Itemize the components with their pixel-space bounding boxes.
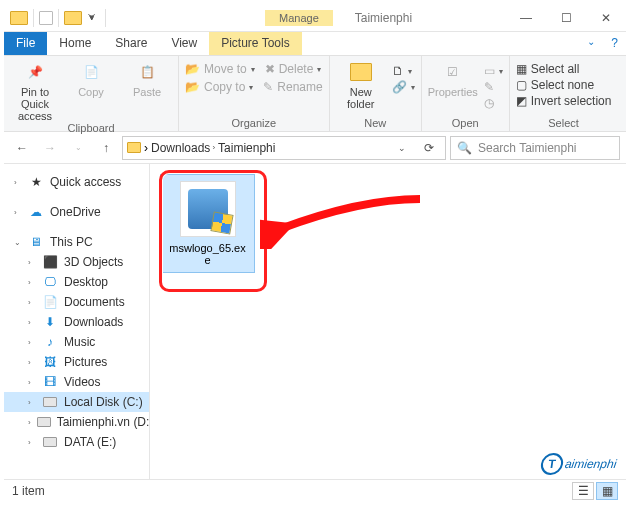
sidebar-item-onedrive[interactable]: ›☁OneDrive	[4, 202, 149, 222]
copy-icon: 📄	[79, 60, 103, 84]
ribbon-body: 📌 Pin to Quick access 📄 Copy 📋 Paste Cli…	[4, 56, 626, 132]
rename-icon: ✎	[263, 80, 273, 94]
sidebar-item-videos[interactable]: ›🎞Videos	[4, 372, 149, 392]
qa-item-icon[interactable]	[39, 11, 53, 25]
folder-icon[interactable]	[10, 11, 28, 25]
sidebar-item-desktop[interactable]: ›🖵Desktop	[4, 272, 149, 292]
qa-overflow-caret[interactable]: ⮟	[84, 13, 100, 22]
documents-icon: 📄	[42, 295, 58, 309]
group-open: ☑ Properties ▭▾ ✎ ◷ Open	[422, 56, 510, 131]
sidebar-item-local-disk-c[interactable]: ›Local Disk (C:)	[4, 392, 149, 412]
copy-to-icon: 📂	[185, 80, 200, 94]
view-toggles: ☰ ▦	[572, 482, 618, 500]
edit-button[interactable]: ✎	[484, 80, 503, 94]
invert-selection-button[interactable]: ◩Invert selection	[516, 94, 612, 108]
group-label: Open	[428, 117, 503, 129]
sidebar-item-this-pc[interactable]: ⌄🖥This PC	[4, 232, 149, 252]
sidebar-item-music[interactable]: ›♪Music	[4, 332, 149, 352]
new-item-icon: 🗋	[392, 64, 404, 78]
chevron-icon[interactable]: ›	[144, 141, 148, 155]
group-label: Select	[516, 117, 612, 129]
group-clipboard: 📌 Pin to Quick access 📄 Copy 📋 Paste Cli…	[4, 56, 179, 131]
group-new: New folder 🗋▾ 🔗▾ New	[330, 56, 422, 131]
exe-icon	[188, 189, 228, 229]
properties-button[interactable]: ☑ Properties	[428, 60, 478, 98]
move-to-button[interactable]: 📂Move to▾	[185, 62, 255, 76]
title-center: Manage Taimienphi	[115, 10, 506, 26]
file-thumbnail	[180, 181, 236, 237]
file-item-mswlogo[interactable]: mswlogo_65.exe	[160, 174, 255, 273]
rename-button[interactable]: ✎Rename	[263, 80, 322, 94]
new-folder-icon	[349, 60, 373, 84]
window-controls: — ☐ ✕	[506, 4, 626, 32]
file-name-label: mswlogo_65.exe	[167, 242, 248, 266]
tab-file[interactable]: File	[4, 32, 47, 55]
new-folder-button[interactable]: New folder	[336, 60, 386, 110]
tab-picture-tools[interactable]: Picture Tools	[209, 32, 301, 55]
easy-access-button[interactable]: 🔗▾	[392, 80, 415, 94]
search-placeholder: Search Taimienphi	[478, 141, 577, 155]
select-all-button[interactable]: ▦Select all	[516, 62, 612, 76]
tab-share[interactable]: Share	[103, 32, 159, 55]
sidebar-item-documents[interactable]: ›📄Documents	[4, 292, 149, 312]
folder-icon	[127, 142, 141, 153]
tab-home[interactable]: Home	[47, 32, 103, 55]
close-button[interactable]: ✕	[586, 4, 626, 32]
group-select: ▦Select all ▢Select none ◩Invert selecti…	[510, 56, 618, 131]
open-button[interactable]: ▭▾	[484, 64, 503, 78]
address-bar: ← → ⌄ ↑ › Downloads› Taimienphi ⌄ ⟳ 🔍 Se…	[4, 132, 626, 164]
group-organize: 📂Move to▾ ✖Delete▾ 📂Copy to▾ ✎Rename Org…	[179, 56, 330, 131]
sidebar-item-taimienphi-d[interactable]: ›Taimienphi.vn (D:)	[4, 412, 149, 432]
delete-button[interactable]: ✖Delete▾	[265, 62, 322, 76]
tab-view[interactable]: View	[159, 32, 209, 55]
recent-caret[interactable]: ⌄	[66, 136, 90, 160]
select-none-button[interactable]: ▢Select none	[516, 78, 612, 92]
help-button[interactable]: ?	[603, 32, 626, 55]
icons-view-button[interactable]: ▦	[596, 482, 618, 500]
pin-to-quick-access-button[interactable]: 📌 Pin to Quick access	[10, 60, 60, 122]
group-label: Organize	[185, 117, 323, 129]
paste-button[interactable]: 📋 Paste	[122, 60, 172, 98]
select-none-icon: ▢	[516, 78, 527, 92]
music-icon: ♪	[42, 335, 58, 349]
copy-to-button[interactable]: 📂Copy to▾	[185, 80, 253, 94]
search-input[interactable]: 🔍 Search Taimienphi	[450, 136, 620, 160]
sidebar-item-quick-access[interactable]: ›★Quick access	[4, 172, 149, 192]
up-button[interactable]: ↑	[94, 136, 118, 160]
sidebar-item-downloads[interactable]: ›⬇Downloads	[4, 312, 149, 332]
properties-icon: ☑	[441, 60, 465, 84]
title-bar: ⮟ Manage Taimienphi — ☐ ✕	[4, 4, 626, 32]
cube-icon: ⬛	[42, 255, 58, 269]
sidebar-item-pictures[interactable]: ›🖼Pictures	[4, 352, 149, 372]
minimize-button[interactable]: —	[506, 4, 546, 32]
forward-button[interactable]: →	[38, 136, 62, 160]
delete-icon: ✖	[265, 62, 275, 76]
back-button[interactable]: ←	[10, 136, 34, 160]
breadcrumb-seg[interactable]: Taimienphi	[218, 141, 275, 155]
downloads-icon: ⬇	[42, 315, 58, 329]
easy-access-icon: 🔗	[392, 80, 407, 94]
refresh-button[interactable]: ⟳	[417, 136, 441, 160]
ribbon-collapse-caret[interactable]: ⌄	[579, 32, 603, 55]
maximize-button[interactable]: ☐	[546, 4, 586, 32]
pictures-icon: 🖼	[42, 355, 58, 369]
history-button[interactable]: ◷	[484, 96, 503, 110]
copy-label: Copy	[78, 86, 104, 98]
search-icon: 🔍	[457, 141, 472, 155]
breadcrumb[interactable]: › Downloads› Taimienphi ⌄ ⟳	[122, 136, 446, 160]
pc-icon: 🖥	[28, 235, 44, 249]
qa-folder-icon[interactable]	[64, 11, 82, 25]
breadcrumb-seg[interactable]: Downloads›	[151, 141, 215, 155]
group-label: New	[336, 117, 415, 129]
open-icon: ▭	[484, 64, 495, 78]
sidebar-item-data-e[interactable]: ›DATA (E:)	[4, 432, 149, 452]
sidebar-item-3d-objects[interactable]: ›⬛3D Objects	[4, 252, 149, 272]
copy-button[interactable]: 📄 Copy	[66, 60, 116, 98]
details-view-button[interactable]: ☰	[572, 482, 594, 500]
breadcrumb-dropdown[interactable]: ⌄	[390, 136, 414, 160]
star-icon: ★	[28, 175, 44, 189]
item-count: 1 item	[12, 484, 45, 498]
new-item-button[interactable]: 🗋▾	[392, 64, 415, 78]
file-view[interactable]: mswlogo_65.exe	[150, 164, 626, 479]
edit-icon: ✎	[484, 80, 494, 94]
